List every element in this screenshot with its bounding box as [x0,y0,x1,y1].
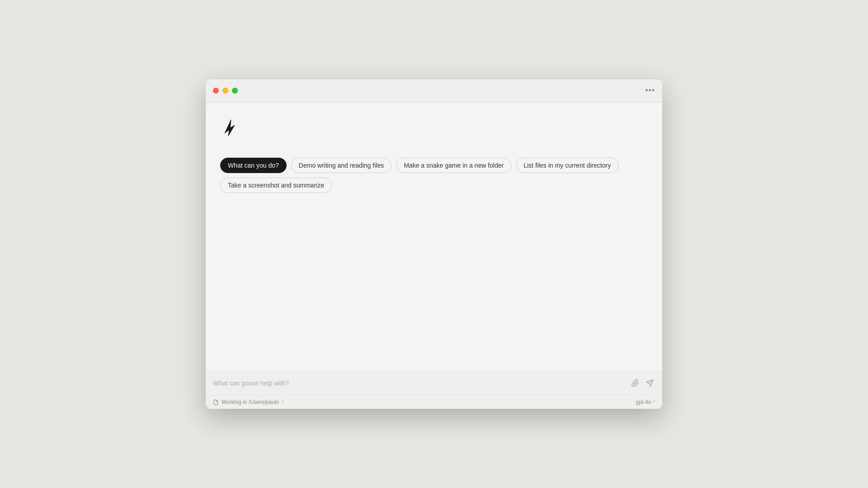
send-button[interactable] [644,378,655,389]
model-chevron: ^ [653,400,655,405]
chip-snake-game[interactable]: Make a snake game in a new folder [396,158,511,173]
maximize-button[interactable] [232,88,238,94]
chip-list-files[interactable]: List files in my current directory [516,158,618,173]
window-content: What can you do? Demo writing and readin… [206,103,662,409]
working-dir-label: Working in /Users/paulo [222,399,279,405]
status-bar: Working in /Users/paulo ^ gpt-4o ^ [206,395,662,409]
more-options-button[interactable]: ••• [645,86,655,95]
working-dir-selector[interactable]: Working in /Users/paulo ^ [213,399,284,405]
title-bar: ••• [206,79,662,103]
attach-button[interactable] [630,378,641,389]
close-button[interactable] [213,88,219,94]
working-dir-chevron: ^ [282,400,284,405]
traffic-lights [213,88,238,94]
app-logo [220,116,242,138]
chat-input[interactable] [213,380,626,387]
input-area [206,371,662,395]
bottom-bar: Working in /Users/paulo ^ gpt-4o ^ [206,371,662,409]
model-selector[interactable]: gpt-4o ^ [636,399,655,405]
chip-screenshot-summarize[interactable]: Take a screenshot and summarize [220,178,332,193]
chip-demo-writing[interactable]: Demo writing and reading files [291,158,392,173]
suggestion-chips: What can you do? Demo writing and readin… [220,158,648,193]
input-actions [630,378,655,389]
app-window: ••• What can you do? Demo writing and re… [206,79,662,409]
main-area: What can you do? Demo writing and readin… [206,103,662,371]
logo-area [220,116,648,140]
minimize-button[interactable] [222,88,228,94]
file-icon [213,399,219,405]
model-label: gpt-4o [636,399,651,405]
chip-what-can-you-do[interactable]: What can you do? [220,158,287,173]
